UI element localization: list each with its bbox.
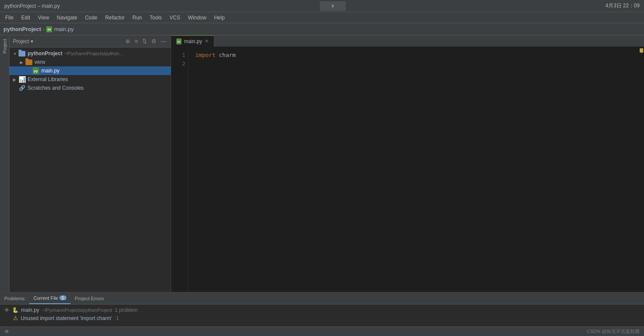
keyword-import: import <box>195 52 216 58</box>
toolbar-add-icon[interactable]: ⊕ <box>125 37 131 45</box>
eye-icon: 👁 <box>4 307 9 313</box>
tree-root-label: pythonProject ~/PycharmProjects/python… <box>28 50 124 57</box>
problems-label: Problems: <box>4 296 26 301</box>
menu-help[interactable]: Help <box>211 13 228 22</box>
module-name: charm <box>219 52 236 58</box>
project-dropdown-label[interactable]: Project ▾ <box>13 38 33 44</box>
project-errors-tab-label: Project Errors <box>75 296 104 301</box>
datetime-display: 4月3日 22：09 <box>606 2 640 9</box>
problem-description: Unused import statement 'import charm' <box>21 315 112 321</box>
tree-item-root[interactable]: ▾ pythonProject ~/PycharmProjects/python… <box>9 49 171 58</box>
editor-area: py main.py ✕ 1 2 import charm <box>171 35 644 292</box>
menu-code[interactable]: Code <box>81 13 101 22</box>
main-file-title: main.py <box>54 26 74 32</box>
project-tab-label[interactable]: Project <box>1 35 9 57</box>
problem-filename: main.py <box>21 307 39 313</box>
menu-navigate[interactable]: Navigate <box>53 13 81 22</box>
chevron-right-icon-libs: ▶ <box>11 77 18 82</box>
title-bar-right: 4月3日 22：09 <box>606 2 640 9</box>
tab-py-icon: py <box>176 38 181 44</box>
tree-scratches-label: Scratches and Consoles <box>28 85 84 91</box>
status-branding: CSDN @知无不言荔枝菌 <box>587 329 640 334</box>
window-minimize-button[interactable]: ∨ <box>320 1 346 11</box>
menu-vcs[interactable]: VCS <box>166 13 184 22</box>
editor-tab-main-py[interactable]: py main.py ✕ <box>171 35 214 47</box>
problems-tab-project-errors[interactable]: Project Errors <box>71 293 108 304</box>
window-controls[interactable]: ∨ <box>320 1 346 11</box>
toolbar-minimize-icon[interactable]: — <box>160 37 167 45</box>
main-area: Project Project ▾ ⊕ ≡ ⇅ ⚙ — ▾ <box>0 35 644 292</box>
tree-item-external-libraries[interactable]: ▶ 📊 External Libraries <box>9 75 171 84</box>
right-gutter <box>639 47 644 292</box>
editor-content[interactable]: 1 2 import charm <box>171 47 644 292</box>
chevron-right-icon: ▶ <box>18 60 25 65</box>
problems-content: 👁 🐍 main.py ~/PycharmProjects/pythonProj… <box>0 305 644 324</box>
venv-folder-icon <box>25 59 33 66</box>
problem-item-1: ⚠ Unused import statement 'import charm'… <box>4 314 640 322</box>
status-eye-icon: 👁 <box>4 329 9 335</box>
tree-venv-label: venv <box>34 59 45 65</box>
problem-location: :1 <box>115 315 119 321</box>
status-left: 👁 <box>4 329 9 335</box>
current-file-count: 1 <box>59 295 66 300</box>
tree-main-py-label: main.py <box>41 68 59 74</box>
menu-refactor[interactable]: Refactor <box>102 13 128 22</box>
project-tree: ▾ pythonProject ~/PycharmProjects/python… <box>9 47 171 292</box>
menu-tools[interactable]: Tools <box>146 13 165 22</box>
line-number-1: 1 <box>171 51 185 60</box>
tree-item-venv[interactable]: ▶ venv <box>9 58 171 66</box>
menu-bar: File Edit View Navigate Code Refactor Ru… <box>0 12 644 23</box>
tree-ext-libraries-label: External Libraries <box>28 76 68 82</box>
tab-label: main.py <box>184 38 202 44</box>
breadcrumb-separator: › <box>43 26 44 32</box>
tree-item-scratches[interactable]: 🔗 Scratches and Consoles <box>9 84 171 92</box>
current-file-tab-label: Current File <box>34 295 58 301</box>
editor-tabs: py main.py ✕ <box>171 35 644 47</box>
problem-file-entry: 👁 🐍 main.py ~/PycharmProjects/pythonProj… <box>4 306 640 314</box>
scratches-icon: 🔗 <box>18 85 26 91</box>
project-header-bar: pythonProject › py main.py <box>0 23 644 35</box>
menu-window[interactable]: Window <box>184 13 210 22</box>
toolbar-sort-icon[interactable]: ⇅ <box>141 37 148 45</box>
toolbar-list-icon[interactable]: ≡ <box>134 37 139 45</box>
main-py-tab-icon: py <box>46 26 52 32</box>
project-title-text: pythonProject <box>3 26 41 32</box>
line-numbers: 1 2 <box>171 47 188 292</box>
project-panel: Project ▾ ⊕ ≡ ⇅ ⚙ — ▾ pythonProject ~/Py… <box>9 35 171 292</box>
problems-header: Problems: Current File 1 Project Errors <box>0 292 644 305</box>
menu-run[interactable]: Run <box>129 13 145 22</box>
menu-file[interactable]: File <box>2 13 17 22</box>
project-panel-toolbar-left: Project ▾ <box>13 38 33 44</box>
line-number-2: 2 <box>171 60 185 68</box>
chevron-down-icon: ▾ <box>11 51 18 56</box>
title-bar-title: pythonProject – main.py <box>4 3 60 9</box>
tab-close-button[interactable]: ✕ <box>205 38 209 44</box>
code-editor[interactable]: import charm <box>188 47 639 292</box>
problem-file-path: ~/PycharmProjects/pythonProject <box>42 308 112 313</box>
problems-tab-current-file[interactable]: Current File 1 <box>29 293 71 304</box>
code-line-1: import charm <box>195 51 632 60</box>
problem-count: 1 problem <box>115 307 138 313</box>
sidebar-vertical-tab[interactable]: Project <box>0 35 9 292</box>
main-py-icon: py <box>32 67 40 74</box>
problem-file-py-icon: 🐍 <box>12 307 19 313</box>
code-line-2 <box>195 60 632 68</box>
warning-gutter-marker <box>640 48 643 53</box>
project-panel-toolbar-right: ⊕ ≡ ⇅ ⚙ — <box>125 37 167 45</box>
libraries-icon: 📊 <box>18 76 26 83</box>
status-bar: 👁 CSDN @知无不言荔枝菌 <box>0 327 644 336</box>
root-folder-icon <box>18 50 26 57</box>
status-right: CSDN @知无不言荔枝菌 <box>587 328 640 335</box>
menu-view[interactable]: View <box>34 13 53 22</box>
warning-icon: ⚠ <box>13 315 18 321</box>
title-bar: pythonProject – main.py ∨ 4月3日 22：09 <box>0 0 644 12</box>
project-panel-toolbar: Project ▾ ⊕ ≡ ⇅ ⚙ — <box>9 35 171 47</box>
toolbar-settings-icon[interactable]: ⚙ <box>150 37 157 45</box>
problems-panel: Problems: Current File 1 Project Errors … <box>0 292 644 327</box>
menu-edit[interactable]: Edit <box>18 13 34 22</box>
tree-item-main-py[interactable]: py main.py <box>9 66 171 75</box>
